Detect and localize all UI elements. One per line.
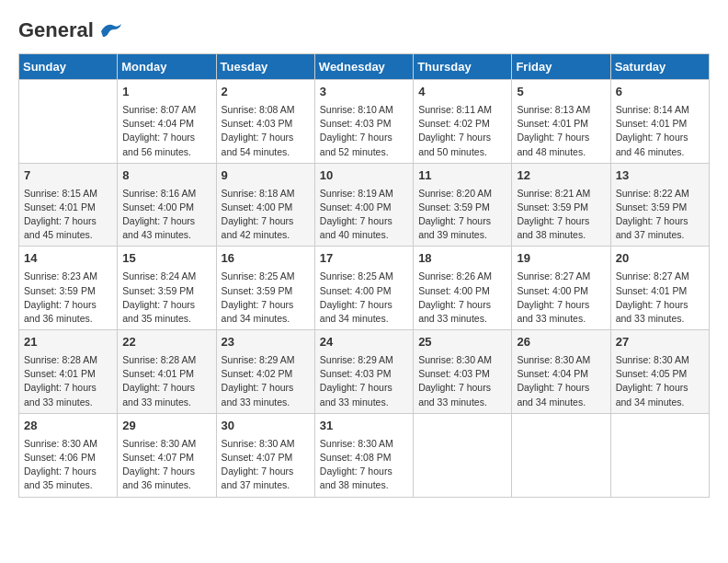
day-info: Sunrise: 8:24 AM — [122, 270, 210, 283]
day-info: Daylight: 7 hours — [320, 298, 408, 312]
day-info: Daylight: 7 hours — [418, 214, 506, 228]
day-number: 31 — [320, 418, 408, 435]
day-info: Sunrise: 8:16 AM — [122, 187, 210, 201]
day-info: Daylight: 7 hours — [616, 214, 704, 228]
day-info: and 34 minutes. — [320, 312, 408, 326]
day-number: 15 — [122, 250, 210, 268]
calendar-cell: 13Sunrise: 8:22 AMSunset: 3:59 PMDayligh… — [610, 163, 709, 247]
day-info: and 36 minutes. — [122, 478, 210, 492]
day-info: Sunset: 4:00 PM — [320, 284, 408, 298]
calendar-header-row: SundayMondayTuesdayWednesdayThursdayFrid… — [19, 54, 710, 80]
day-info: Sunrise: 8:15 AM — [24, 187, 112, 201]
column-header-thursday: Thursday — [414, 54, 512, 80]
day-info: and 34 minutes. — [616, 396, 704, 409]
day-info: and 33 minutes. — [122, 396, 210, 409]
day-info: and 34 minutes. — [222, 312, 310, 326]
day-number: 21 — [24, 334, 112, 351]
calendar-cell: 26Sunrise: 8:30 AMSunset: 4:04 PMDayligh… — [512, 330, 610, 414]
day-info: and 33 minutes. — [320, 396, 408, 409]
day-info: Sunset: 3:59 PM — [24, 284, 112, 298]
day-info: Sunrise: 8:30 AM — [517, 353, 605, 367]
calendar-cell — [19, 80, 118, 164]
day-number: 18 — [418, 250, 506, 268]
calendar-cell: 23Sunrise: 8:29 AMSunset: 4:02 PMDayligh… — [216, 330, 314, 414]
day-info: Daylight: 7 hours — [320, 214, 408, 228]
day-number: 11 — [418, 167, 506, 185]
day-info: Sunrise: 8:14 AM — [616, 103, 704, 117]
day-info: Sunset: 4:03 PM — [222, 117, 310, 131]
calendar-cell: 29Sunrise: 8:30 AMSunset: 4:07 PMDayligh… — [118, 413, 216, 497]
day-number: 29 — [122, 418, 210, 435]
column-header-sunday: Sunday — [19, 54, 118, 80]
day-info: Sunset: 3:59 PM — [418, 201, 506, 214]
day-info: Sunrise: 8:25 AM — [320, 270, 408, 283]
day-info: Sunrise: 8:29 AM — [222, 353, 310, 367]
day-info: and 38 minutes. — [320, 478, 408, 492]
calendar-cell: 11Sunrise: 8:20 AMSunset: 3:59 PMDayligh… — [414, 163, 512, 247]
day-number: 26 — [517, 334, 605, 351]
day-info: and 33 minutes. — [616, 312, 704, 326]
day-number: 12 — [517, 167, 605, 185]
column-header-saturday: Saturday — [610, 54, 709, 80]
calendar-cell: 6Sunrise: 8:14 AMSunset: 4:01 PMDaylight… — [610, 80, 709, 164]
day-info: Sunset: 3:59 PM — [122, 284, 210, 298]
day-info: Daylight: 7 hours — [616, 298, 704, 312]
day-info: Sunset: 4:07 PM — [122, 451, 210, 465]
day-info: Daylight: 7 hours — [616, 381, 704, 395]
day-info: and 56 minutes. — [122, 145, 210, 159]
column-header-tuesday: Tuesday — [216, 54, 314, 80]
calendar-cell: 2Sunrise: 8:08 AMSunset: 4:03 PMDaylight… — [216, 80, 314, 164]
day-info: Sunrise: 8:27 AM — [616, 270, 704, 283]
day-info: Sunrise: 8:30 AM — [122, 437, 210, 451]
day-info: Daylight: 7 hours — [24, 465, 112, 478]
calendar-cell: 21Sunrise: 8:28 AMSunset: 4:01 PMDayligh… — [19, 330, 118, 414]
day-info: and 45 minutes. — [24, 228, 112, 242]
day-number: 17 — [320, 250, 408, 268]
day-info: and 40 minutes. — [320, 228, 408, 242]
day-number: 22 — [122, 334, 210, 351]
day-info: and 37 minutes. — [222, 478, 310, 492]
day-info: Daylight: 7 hours — [222, 381, 310, 395]
logo-bird-icon — [97, 20, 123, 40]
day-info: Sunrise: 8:30 AM — [320, 437, 408, 451]
day-info: Sunrise: 8:11 AM — [418, 103, 506, 117]
day-info: Sunrise: 8:22 AM — [616, 187, 704, 201]
day-info: and 33 minutes. — [222, 396, 310, 409]
day-info: and 34 minutes. — [517, 396, 605, 409]
day-info: Sunrise: 8:10 AM — [320, 103, 408, 117]
calendar-cell — [414, 413, 512, 497]
day-info: and 33 minutes. — [24, 396, 112, 409]
day-info: Sunrise: 8:13 AM — [517, 103, 605, 117]
day-number: 2 — [222, 84, 310, 101]
page-header: General — [18, 18, 710, 39]
day-info: Daylight: 7 hours — [222, 131, 310, 144]
calendar-week-row: 28Sunrise: 8:30 AMSunset: 4:06 PMDayligh… — [19, 413, 710, 497]
day-info: Sunset: 4:00 PM — [418, 284, 506, 298]
calendar-cell: 14Sunrise: 8:23 AMSunset: 3:59 PMDayligh… — [19, 247, 118, 330]
calendar-week-row: 14Sunrise: 8:23 AMSunset: 3:59 PMDayligh… — [19, 247, 710, 330]
day-number: 24 — [320, 334, 408, 351]
day-number: 28 — [24, 418, 112, 435]
day-info: Sunset: 3:59 PM — [222, 284, 310, 298]
day-info: Daylight: 7 hours — [222, 465, 310, 478]
day-info: and 48 minutes. — [517, 145, 605, 159]
day-info: Daylight: 7 hours — [517, 131, 605, 144]
calendar-cell: 20Sunrise: 8:27 AMSunset: 4:01 PMDayligh… — [610, 247, 709, 330]
calendar-cell: 3Sunrise: 8:10 AMSunset: 4:03 PMDaylight… — [314, 80, 413, 164]
day-info: Sunrise: 8:27 AM — [517, 270, 605, 283]
day-info: Daylight: 7 hours — [222, 214, 310, 228]
day-info: Sunrise: 8:21 AM — [517, 187, 605, 201]
calendar-cell: 8Sunrise: 8:16 AMSunset: 4:00 PMDaylight… — [118, 163, 216, 247]
day-info: Sunrise: 8:30 AM — [222, 437, 310, 451]
day-info: Sunset: 4:00 PM — [320, 201, 408, 214]
day-info: and 42 minutes. — [222, 228, 310, 242]
day-number: 6 — [616, 84, 704, 101]
day-number: 19 — [517, 250, 605, 268]
day-info: and 33 minutes. — [418, 312, 506, 326]
day-info: Sunset: 4:02 PM — [222, 367, 310, 381]
day-info: Daylight: 7 hours — [320, 465, 408, 478]
day-number: 7 — [24, 167, 112, 185]
day-number: 14 — [24, 250, 112, 268]
calendar-cell: 9Sunrise: 8:18 AMSunset: 4:00 PMDaylight… — [216, 163, 314, 247]
day-info: and 39 minutes. — [418, 228, 506, 242]
